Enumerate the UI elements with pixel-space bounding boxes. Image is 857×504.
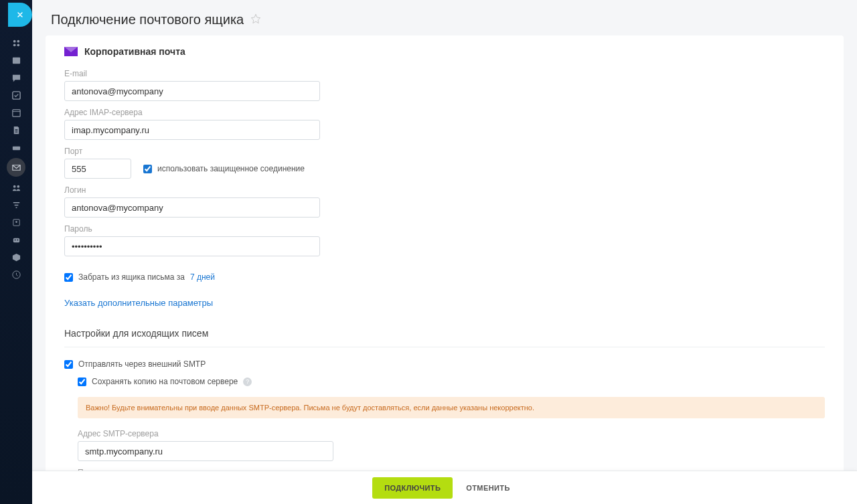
smtp-external-label: Отправлять через внешний SMTP <box>78 359 206 369</box>
nav-tasks-icon[interactable] <box>7 88 25 102</box>
imap-server-input[interactable] <box>64 120 320 140</box>
outgoing-section-title: Настройки для исходящих писем <box>64 328 825 347</box>
imap-label: Адрес IMAP-сервера <box>64 108 825 117</box>
nav-calendar-icon[interactable] <box>7 106 25 119</box>
nav-groups-icon[interactable] <box>7 181 25 194</box>
svg-point-1 <box>17 39 19 42</box>
secure-connection-label: использовать защищенное соединение <box>157 164 305 173</box>
nav-bot-icon[interactable] <box>7 233 25 246</box>
svg-point-14 <box>17 239 18 240</box>
page-title: Подключение почтового ящика <box>51 12 244 27</box>
fetch-history-checkbox[interactable] <box>64 273 73 282</box>
nav-box-icon[interactable] <box>7 250 25 264</box>
close-panel-button[interactable] <box>8 3 32 27</box>
login-label: Логин <box>64 185 825 195</box>
port-label: Порт <box>64 147 825 156</box>
save-copy-checkbox[interactable] <box>78 377 86 386</box>
connect-button[interactable]: ПОДКЛЮЧИТЬ <box>372 477 453 499</box>
login-input[interactable] <box>64 197 320 218</box>
sidebar-nav: ? <box>0 0 32 504</box>
nav-drive-icon[interactable] <box>7 141 25 154</box>
nav-contacts-icon[interactable] <box>7 216 25 229</box>
smtp-external-row[interactable]: Отправлять через внешний SMTP <box>64 359 825 369</box>
password-input[interactable] <box>64 236 320 256</box>
nav-chat-icon[interactable] <box>7 71 25 84</box>
section-title: Корпоративная почта <box>84 46 185 57</box>
mailbox-form-card: Корпоративная почта E-mail Адрес IMAP-се… <box>46 35 844 504</box>
nav-time-icon[interactable] <box>7 268 25 281</box>
smtp-server-label: Адрес SMTP-сервера <box>78 429 825 438</box>
svg-point-13 <box>14 239 15 240</box>
nav-activity-icon[interactable] <box>7 36 25 50</box>
action-bar: ПОДКЛЮЧИТЬ ОТМЕНИТЬ <box>32 471 857 504</box>
nav-docs-icon[interactable] <box>7 123 25 137</box>
svg-point-9 <box>17 185 19 187</box>
svg-point-3 <box>17 44 19 46</box>
smtp-server-input[interactable] <box>78 441 333 461</box>
svg-point-8 <box>13 185 15 187</box>
nav-filter-icon[interactable] <box>7 198 25 212</box>
imap-port-input[interactable] <box>64 159 131 179</box>
save-copy-label: Сохранять копию на почтовом сервере <box>92 377 238 386</box>
password-label: Пароль <box>64 224 825 234</box>
fetch-history-label: Забрать из ящика письма за <box>78 272 185 282</box>
info-icon[interactable]: ? <box>243 377 252 386</box>
favorite-star-icon[interactable] <box>250 13 261 26</box>
svg-point-0 <box>13 39 15 42</box>
smtp-external-checkbox[interactable] <box>64 360 73 369</box>
secure-connection-checkbox[interactable] <box>143 165 152 173</box>
nav-mail-icon[interactable] <box>7 158 25 177</box>
svg-point-2 <box>13 44 15 46</box>
smtp-warning: Важно! Будьте внимательны при вводе данн… <box>78 397 825 418</box>
svg-rect-7 <box>12 146 19 150</box>
cancel-button[interactable]: ОТМЕНИТЬ <box>459 477 516 499</box>
email-label: E-mail <box>64 69 825 78</box>
fetch-period-link[interactable]: 7 дней <box>190 272 215 282</box>
svg-rect-6 <box>12 109 19 116</box>
secure-connection-row[interactable]: использовать защищенное соединение <box>143 164 305 173</box>
save-copy-row[interactable]: Сохранять копию на почтовом сервере ? <box>78 377 825 386</box>
svg-point-11 <box>15 221 17 223</box>
svg-rect-12 <box>13 238 19 242</box>
svg-rect-4 <box>12 57 19 63</box>
envelope-icon <box>64 47 78 56</box>
nav-feed-icon[interactable] <box>7 54 25 67</box>
advanced-params-link[interactable]: Указать дополнительные параметры <box>64 298 213 308</box>
email-input[interactable] <box>64 81 320 101</box>
